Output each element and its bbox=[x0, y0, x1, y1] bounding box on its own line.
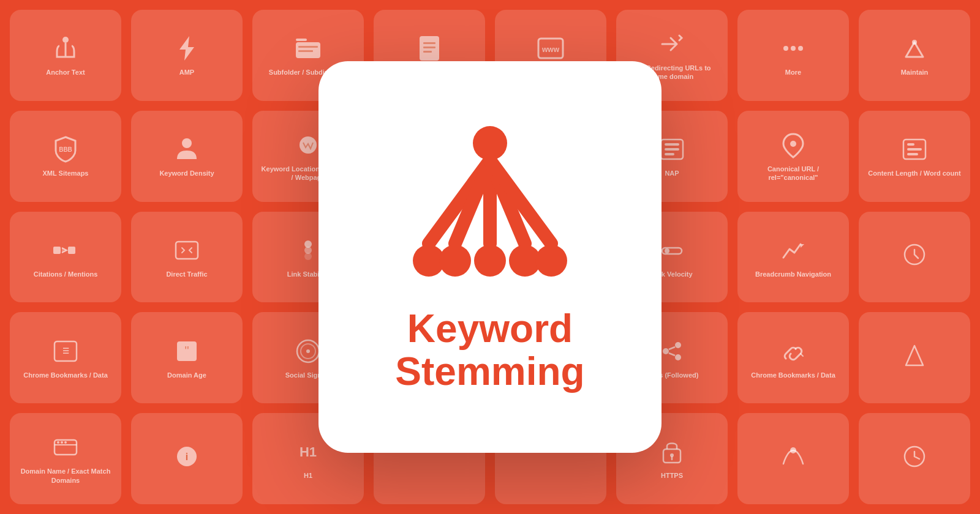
https-icon bbox=[657, 437, 687, 466]
svg-line-62 bbox=[669, 347, 675, 349]
extra3-label: H1 bbox=[304, 471, 312, 480]
author-icon bbox=[172, 135, 202, 164]
bg-card-maintain: Maintain bbox=[859, 10, 970, 101]
subfolder-icon bbox=[293, 34, 323, 63]
svg-point-12 bbox=[783, 46, 788, 51]
svg-text:H1: H1 bbox=[300, 444, 317, 460]
svg-point-85 bbox=[474, 245, 506, 277]
svg-point-60 bbox=[675, 342, 681, 348]
breadcrumb-icon bbox=[51, 236, 80, 265]
svg-rect-4 bbox=[298, 46, 318, 48]
svg-point-58 bbox=[306, 349, 310, 353]
bg-card-chrome-bookmarks: ☰ Chrome Bookmarks / Data bbox=[10, 312, 121, 403]
svg-rect-7 bbox=[423, 42, 435, 44]
bg-card-breadcrumb: Citations / Mentions bbox=[10, 212, 121, 303]
kw-stuffing-label: NAP bbox=[665, 169, 679, 177]
social-icon bbox=[657, 337, 687, 366]
amp-label: AMP bbox=[179, 68, 194, 76]
svg-point-75 bbox=[790, 447, 796, 453]
svg-point-67 bbox=[61, 441, 63, 444]
svg-point-48 bbox=[304, 253, 312, 260]
svg-line-63 bbox=[669, 353, 675, 356]
svg-point-87 bbox=[535, 245, 567, 277]
citations-icon: " bbox=[172, 337, 202, 366]
svg-point-66 bbox=[57, 441, 59, 444]
svg-rect-36 bbox=[665, 148, 679, 151]
canonical-icon bbox=[172, 236, 202, 265]
stability-icon bbox=[657, 236, 687, 265]
canonical-label: Direct Traffic bbox=[166, 270, 207, 278]
bg-card-extra4 bbox=[737, 413, 849, 504]
svg-point-38 bbox=[790, 141, 796, 147]
center-card-title: Keyword Stemming bbox=[395, 307, 584, 393]
links-followed-label: Chrome Bookmarks / Data bbox=[751, 371, 835, 379]
bg-card-amp: AMP bbox=[131, 10, 243, 101]
svg-marker-1 bbox=[179, 36, 194, 61]
svg-point-15 bbox=[912, 40, 917, 45]
bg-card-link-velocity: Breadcrumb Navigation bbox=[737, 212, 849, 303]
bg-card-citations: " Domain Age bbox=[131, 312, 243, 403]
svg-text:www: www bbox=[541, 45, 560, 54]
domain-name-icon bbox=[51, 433, 80, 462]
maintain-icon bbox=[900, 34, 929, 63]
overflow1-icon bbox=[900, 240, 929, 269]
extra1-icon bbox=[900, 341, 929, 370]
svg-rect-5 bbox=[298, 50, 313, 52]
svg-rect-8 bbox=[423, 47, 435, 48]
bg-card-kw-density: Content Length / Word count bbox=[859, 111, 970, 202]
svg-rect-9 bbox=[423, 51, 432, 53]
svg-point-61 bbox=[675, 354, 681, 360]
anchor-text-label: Anchor Text bbox=[46, 68, 85, 76]
svg-rect-2 bbox=[296, 39, 307, 41]
svg-rect-44 bbox=[68, 247, 75, 254]
more-icon bbox=[778, 34, 808, 63]
kw-stuffing-icon bbox=[657, 135, 687, 164]
title-line2: Stemming bbox=[395, 350, 584, 393]
extra2-icon: i bbox=[172, 442, 202, 471]
velocity-label: Breadcrumb Navigation bbox=[755, 270, 831, 278]
svg-point-17 bbox=[182, 138, 192, 148]
bbb-label: XML Sitemaps bbox=[43, 169, 89, 177]
amp-icon bbox=[172, 34, 202, 63]
bg-card-extra2: i bbox=[131, 413, 243, 504]
shield-icon: BBB bbox=[51, 135, 80, 164]
svg-point-14 bbox=[798, 46, 803, 51]
svg-point-50 bbox=[665, 248, 669, 253]
svg-text:i: i bbox=[186, 452, 188, 462]
redirect-icon bbox=[657, 29, 687, 59]
bg-card-domain-name: Domain Name / Exact Match Domains bbox=[10, 413, 121, 504]
kw-density-label: Content Length / Word count bbox=[868, 169, 960, 177]
chrome-bookmarks-label: Chrome Bookmarks / Data bbox=[23, 371, 108, 379]
svg-rect-41 bbox=[907, 148, 922, 151]
link-followed-icon bbox=[778, 337, 808, 366]
nap-label: Canonical URL / rel="canonical" bbox=[745, 165, 842, 182]
bg-card-extra5 bbox=[859, 413, 970, 504]
title-line1: Keyword bbox=[395, 307, 584, 350]
svg-point-59 bbox=[663, 348, 669, 354]
authorship-label: Keyword Density bbox=[159, 169, 214, 177]
svg-rect-45 bbox=[176, 242, 198, 259]
kw-density-icon bbox=[900, 135, 929, 164]
svg-text:☰: ☰ bbox=[62, 347, 69, 356]
www-icon: www bbox=[536, 34, 565, 63]
velocity-icon bbox=[778, 236, 808, 265]
bg-card-links-followed: Chrome Bookmarks / Data bbox=[737, 312, 849, 403]
breadcrumb-label: Citations / Mentions bbox=[34, 270, 98, 278]
content-icon bbox=[415, 34, 444, 63]
extra5-icon bbox=[900, 442, 929, 471]
svg-rect-37 bbox=[665, 153, 674, 155]
bg-card-extra1 bbox=[859, 312, 970, 403]
keyword-stemming-svg bbox=[392, 121, 588, 292]
svg-rect-40 bbox=[907, 143, 914, 146]
svg-text:BBB: BBB bbox=[59, 146, 72, 153]
citations-label: Domain Age bbox=[167, 371, 206, 379]
extra3-icon: H1 bbox=[293, 437, 323, 466]
nap-icon bbox=[778, 130, 808, 160]
chrome-icon: ☰ bbox=[51, 337, 80, 366]
bg-card-nap: Canonical URL / rel="canonical" bbox=[737, 111, 849, 202]
bg-card-overflow1 bbox=[859, 212, 970, 303]
maintain-label: Maintain bbox=[901, 68, 929, 76]
bg-card-anchor-text: Anchor Text bbox=[10, 10, 121, 101]
svg-point-13 bbox=[791, 46, 796, 51]
svg-rect-42 bbox=[907, 153, 918, 155]
